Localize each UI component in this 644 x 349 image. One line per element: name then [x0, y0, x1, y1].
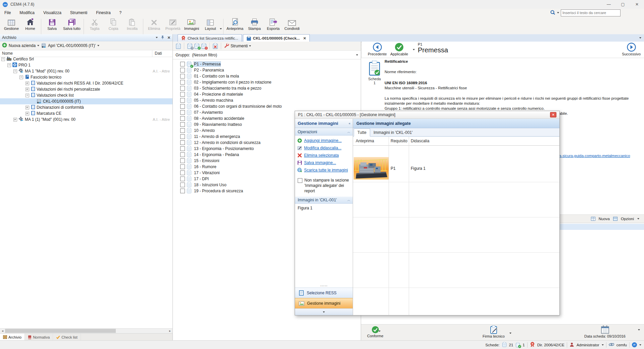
menu-strumenti[interactable]: Strumenti — [66, 9, 92, 16]
tree-row[interactable]: MA 1 "Mod" (001) rev. 00 A.I. - Attre — [0, 68, 172, 74]
direttiva-label[interactable]: Dir. 2006/42/CE — [537, 343, 564, 347]
expand-icon[interactable] — [13, 118, 17, 121]
nav-gestione-immagini[interactable]: Gestione immagini — [295, 298, 353, 308]
item-checkbox[interactable] — [180, 62, 185, 66]
splitter-handle[interactable] — [295, 283, 353, 288]
checklist-item[interactable]: P2 - Panoramica — [173, 67, 361, 73]
language-icon[interactable]: IT — [632, 342, 637, 347]
item-checkbox[interactable] — [180, 104, 185, 109]
col-didascalia[interactable]: Didascalia — [411, 139, 429, 143]
expand-icon[interactable] — [26, 106, 29, 109]
item-checkbox[interactable] — [180, 146, 185, 151]
salva-button[interactable]: Salva — [43, 18, 61, 31]
tree-row[interactable]: Fascicolo tecnico — [0, 74, 172, 80]
search-icon[interactable] — [550, 10, 555, 16]
open-checklist-caret[interactable] — [97, 45, 99, 46]
item-checkbox[interactable] — [180, 122, 185, 127]
no-print-checkbox[interactable] — [298, 178, 302, 183]
minimize-button[interactable]: — — [602, 0, 616, 9]
collapse-sidebar-icon[interactable]: « — [349, 122, 350, 125]
user-caret[interactable] — [602, 344, 604, 346]
dock-tab-normativa[interactable]: Normativa — [25, 334, 53, 341]
copia-button[interactable]: Copia — [104, 18, 123, 31]
aggiungi-immagine-link[interactable]: Aggiungi immagine... — [295, 137, 353, 144]
tab-tutte[interactable]: Tutte — [354, 129, 370, 137]
collapse-icon[interactable] — [19, 76, 23, 79]
elimina-button[interactable]: Elimina — [145, 18, 163, 31]
checklist-item[interactable]: 05 - Arresto macchina — [173, 97, 361, 103]
image-preview-thumbnail[interactable] — [354, 157, 389, 181]
salva-immagine-link[interactable]: Salva immagine... — [295, 159, 353, 166]
item-checkbox[interactable] — [180, 68, 185, 72]
maximize-button[interactable]: ▢ — [616, 0, 630, 9]
tree-row[interactable]: Valutazioni check list — [0, 92, 172, 98]
tab-close-icon[interactable]: ✕ — [303, 36, 306, 41]
item-checkbox[interactable] — [180, 110, 185, 115]
tree-row-selected[interactable]: CKL-001/000005 (IT) — [0, 98, 172, 104]
figura-list-item[interactable]: Figura 1 — [295, 204, 353, 212]
scroll-right-arrow[interactable]: ► — [167, 329, 172, 333]
immagini-in-header[interactable]: Immagini in 'CKL-001' ︿ — [295, 196, 353, 204]
scarica-immagini-link[interactable]: Scarica tutte le immagini — [295, 166, 353, 174]
row-requisito-value[interactable]: P1 — [391, 166, 396, 171]
new-company-caret[interactable] — [37, 45, 39, 46]
checklist-item[interactable]: 03 - Schiacciamento tra mola e pezzo — [173, 85, 361, 91]
tree-row[interactable]: Valutazioni dei rischi personalizzate — [0, 86, 172, 92]
chevron-up-icon[interactable]: ︿ — [347, 198, 350, 202]
scroll-left-arrow[interactable]: ◄ — [0, 329, 5, 333]
row-didascalia-value[interactable]: Figura 1 — [411, 166, 426, 171]
new-company-button[interactable]: Nuova azienda — [9, 43, 36, 48]
data-scheda-button[interactable]: Data scheda: 09/10/2016 — [584, 325, 626, 338]
user-label[interactable]: Administrator — [577, 343, 599, 347]
tab-immagini-in[interactable]: Immagini in 'CKL-001' — [370, 129, 416, 136]
reference-link[interactable]: a-sicura-guida-comparto-metalmeccanico — [559, 154, 630, 158]
opzioni-button[interactable]: Opzioni — [621, 217, 634, 221]
precedente-button[interactable]: Precedente — [368, 43, 387, 56]
panel-menu-caret[interactable] — [156, 37, 158, 38]
conforme-button[interactable]: Conforme — [367, 326, 383, 338]
dock-tab-archivio[interactable]: Archivio — [0, 334, 25, 341]
dialog-close-button[interactable]: ✕ — [550, 112, 556, 117]
column-dati[interactable]: Dati — [155, 51, 162, 56]
clipboard-question-icon[interactable]: ? — [187, 43, 193, 49]
item-checkbox[interactable] — [180, 128, 185, 133]
menu-finestra[interactable]: Finestra — [92, 9, 115, 16]
tab-ckl-document[interactable]: CKL-001/000005 (Check... ✕ — [243, 34, 310, 42]
col-requisito[interactable]: Requisito — [391, 139, 407, 143]
strumenti-caret[interactable] — [249, 45, 251, 47]
search-options-caret[interactable] — [557, 12, 559, 13]
esporta-button[interactable]: Esporta — [264, 18, 283, 31]
checklist-item[interactable]: 06 - Contatto con organi di trasmissione… — [173, 103, 361, 109]
language-caret[interactable] — [639, 344, 641, 346]
item-checkbox[interactable] — [180, 134, 185, 139]
condividi-button[interactable]: Condividi — [283, 18, 301, 31]
item-checkbox[interactable] — [180, 152, 185, 157]
expand-icon[interactable] — [26, 112, 29, 115]
collapse-icon[interactable] — [26, 94, 29, 97]
clipboard-remove-icon[interactable] — [212, 43, 218, 49]
anteprima-button[interactable]: Anteprima — [225, 18, 245, 31]
tree-row[interactable]: Valutazioni dei rischi RESS All. I Dir. … — [0, 80, 172, 86]
item-checkbox[interactable] — [180, 98, 185, 103]
layout-button[interactable]: Layout — [201, 18, 220, 31]
pin-icon[interactable] — [161, 35, 164, 40]
tree-row[interactable]: MA 1 (1) "Mod" (001) rev. 00 A.I. - Attr… — [0, 116, 172, 122]
proprieta-button[interactable]: Proprietà — [163, 18, 182, 31]
tree-row[interactable]: Marcatura CE — [0, 110, 172, 116]
item-checkbox[interactable] — [180, 80, 185, 85]
expand-icon[interactable] — [26, 82, 29, 85]
tree-row[interactable]: Certifico Srl — [0, 56, 172, 62]
item-checkbox[interactable] — [180, 189, 185, 193]
collapse-icon[interactable] — [7, 63, 11, 67]
item-checkbox[interactable] — [180, 92, 185, 97]
item-checkbox[interactable] — [180, 158, 185, 163]
collapse-icon[interactable] — [13, 69, 17, 73]
nav-overflow-bar[interactable] — [295, 308, 353, 315]
connection-label[interactable]: cemfu — [616, 343, 627, 347]
checklist-item[interactable]: 04 - Proiezione di materiale — [173, 91, 361, 97]
tree-row[interactable]: PRO 1 — [0, 62, 172, 68]
item-checkbox[interactable] — [180, 177, 185, 181]
menu-help[interactable]: ? — [115, 9, 126, 16]
elimina-selezionata-link[interactable]: Elimina selezionata — [295, 152, 353, 159]
item-checkbox[interactable] — [180, 170, 185, 175]
